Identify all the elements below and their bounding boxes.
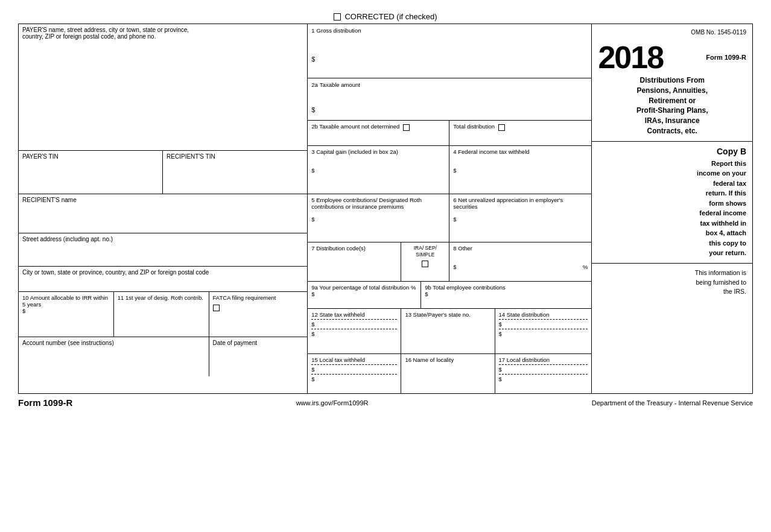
box6-number: 6 xyxy=(453,197,456,203)
box15-dollar2: $ xyxy=(311,376,314,382)
box9a-number: 9a xyxy=(311,284,318,291)
account-number-box: Account number (see instructions) xyxy=(19,337,209,376)
box13-number: 13 xyxy=(405,311,411,318)
info-section: This information is being furnished to t… xyxy=(592,264,752,302)
box9a: 9a Your percentage of total distribution… xyxy=(308,282,421,308)
box17-dollar1: $ xyxy=(499,366,502,373)
footer-form-id: 1099-R xyxy=(43,397,72,408)
box13: 13 State/Payer's state no. xyxy=(401,309,495,353)
box9b-dollar: $ xyxy=(425,291,428,297)
box6-label: Net unrealized appreciation in employer'… xyxy=(453,197,563,210)
box7: 7 Distribution code(s) xyxy=(308,242,401,281)
box16-label: Name of locality xyxy=(413,356,454,363)
box8-number: 8 xyxy=(453,245,456,252)
box3: 3 Capital gain (included in box 2a) $ xyxy=(308,146,449,194)
total-dist-label: Total distribution xyxy=(453,123,495,130)
box9a-9b-row: 9a Your percentage of total distribution… xyxy=(308,282,591,309)
box15-number: 15 xyxy=(311,356,318,363)
box1-label: Gross distribution xyxy=(317,27,361,34)
box1-number: 1 xyxy=(311,27,314,34)
account-date-row: Account number (see instructions) Date o… xyxy=(19,337,307,376)
form-label: Form xyxy=(706,54,723,61)
box12: 12 State tax withheld $ $ xyxy=(308,309,401,353)
box9a-label: Your percentage of total distribution xyxy=(319,284,409,291)
box6-dollar: $ xyxy=(453,216,456,223)
ira-checkbox[interactable] xyxy=(422,261,428,267)
corrected-header: CORRECTED (if checked) xyxy=(18,12,753,21)
city-label: City or town, state or province, country… xyxy=(22,269,303,276)
form-id-label: Form 1099-R xyxy=(706,54,746,61)
footer-url: www.irs.gov/Form1099R xyxy=(296,399,369,407)
form-title: Distributions From Pensions, Annuities, … xyxy=(598,75,746,136)
right-section: OMB No. 1545-0119 2018 Form 1099-R Distr… xyxy=(592,24,752,393)
box5: 5 Employee contributions/ Designated Rot… xyxy=(308,194,449,242)
total-dist-checkbox[interactable] xyxy=(498,124,505,131)
recipient-tin-label: RECIPIENT'S TIN xyxy=(167,153,303,160)
box14-dollar2: $ xyxy=(499,331,502,337)
box14: 14 State distribution $ $ xyxy=(495,309,592,353)
total-distribution: Total distribution xyxy=(449,121,591,145)
box5-6-row: 5 Employee contributions/ Designated Rot… xyxy=(308,194,591,242)
box3-4-row: 3 Capital gain (included in box 2a) $ 4 … xyxy=(308,146,591,194)
box2b-total-row: 2b Taxable amount not determined Total d… xyxy=(308,121,591,146)
box8-label: Other xyxy=(458,245,472,252)
box14-dollar1: $ xyxy=(499,321,502,328)
payer-name-label1: PAYER'S name, street address, city or to… xyxy=(22,27,303,33)
box5-number: 5 xyxy=(311,197,314,203)
box5-dollar: $ xyxy=(311,216,314,223)
recipient-name-label: RECIPIENT'S name xyxy=(22,197,303,203)
year-part2: 18 xyxy=(630,40,663,75)
box-fatca: FATCA filing requirement xyxy=(209,292,308,337)
box15: 15 Local tax withheld $ $ xyxy=(308,354,401,393)
box2b-checkbox[interactable] xyxy=(403,124,410,131)
box11-text: 1st year of desig. Roth contrib. xyxy=(125,294,203,301)
box17-dollar2: $ xyxy=(499,376,502,382)
corrected-label: CORRECTED (if checked) xyxy=(344,12,437,21)
footer-form-label: Form 1099-R xyxy=(18,397,72,408)
recipient-name-box: RECIPIENT'S name xyxy=(19,194,307,233)
footer-row: Form 1099-R www.irs.gov/Form1099R Depart… xyxy=(18,397,753,408)
page-wrapper: CORRECTED (if checked) PAYER'S name, str… xyxy=(18,12,753,408)
box10-dollar: $ xyxy=(22,308,25,314)
box7-label: Distribution code(s) xyxy=(316,245,366,252)
box7-number: 7 xyxy=(311,245,314,252)
box14-number: 14 xyxy=(499,311,506,318)
box15-16-17-row: 15 Local tax withheld $ $ 16 Name of loc… xyxy=(308,354,591,393)
payer-name-label2: country, ZIP or foreign postal code, and… xyxy=(22,33,303,40)
box16-number: 16 xyxy=(405,356,411,363)
box17-label: Local distribution xyxy=(507,356,550,363)
box12-number: 12 xyxy=(311,311,318,318)
payer-name-box: PAYER'S name, street address, city or to… xyxy=(19,24,307,151)
box6: 6 Net unrealized appreciation in employe… xyxy=(449,194,591,242)
street-address-label: Street address (including apt. no.) xyxy=(22,236,303,242)
box9b-number: 9b xyxy=(425,284,431,291)
payer-tin-box: PAYER'S TIN xyxy=(19,151,163,194)
date-label: Date of payment xyxy=(213,340,304,346)
city-box: City or town, state or province, country… xyxy=(19,267,307,292)
corrected-checkbox[interactable] xyxy=(334,13,341,21)
box10: 10 Amount allocable to IRR within 5 year… xyxy=(19,292,114,337)
box9b-label: Total employee contributions xyxy=(433,284,505,291)
box8-dollar: $ xyxy=(453,264,456,270)
box12-label: State tax withheld xyxy=(319,311,364,318)
middle-section: 1 Gross distribution $ 2a Taxable amount… xyxy=(308,24,592,393)
box1-dollar: $ xyxy=(311,55,315,63)
box2b: 2b Taxable amount not determined xyxy=(308,121,449,145)
box4-label: Federal income tax withheld xyxy=(458,148,529,155)
box3-dollar: $ xyxy=(311,167,314,174)
copy-b-section: Copy B Report this income on your federa… xyxy=(592,142,752,264)
box15-dollar1: $ xyxy=(311,366,314,373)
top-right: OMB No. 1545-0119 2018 Form 1099-R Distr… xyxy=(592,24,752,142)
year-display: 2018 xyxy=(598,39,663,75)
left-section: PAYER'S name, street address, city or to… xyxy=(19,24,308,393)
box2a-number: 2a xyxy=(311,81,318,88)
ombn-number: OMB No. 1545-0119 xyxy=(598,29,746,36)
year-part1: 20 xyxy=(598,40,630,75)
box2a: 2a Taxable amount $ xyxy=(308,78,591,121)
box14-label: State distribution xyxy=(507,311,550,318)
footer-dept: Department of the Treasury - Internal Re… xyxy=(592,399,753,407)
fatca-checkbox[interactable] xyxy=(213,305,220,311)
copy-b-title: Copy B xyxy=(598,147,746,156)
box8: 8 Other $ % xyxy=(449,242,591,281)
box9a-dollar: $ xyxy=(311,291,314,297)
